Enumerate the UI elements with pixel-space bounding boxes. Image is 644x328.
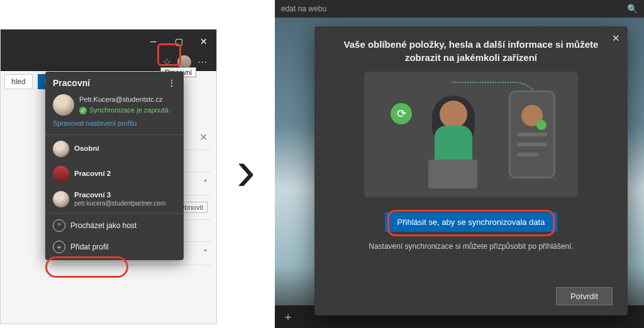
sync-ok-icon: ✓: [79, 107, 87, 114]
flyout-title: Pracovní: [53, 78, 90, 88]
annotation-highlight-cta: [387, 210, 555, 236]
arrow-right-icon: ›: [236, 138, 255, 203]
dialog-note: Nastavení synchronizace si můžete přizpů…: [369, 242, 574, 251]
tab-preview[interactable]: hled: [4, 74, 33, 89]
browse-as-guest[interactable]: ° Procházet jako host: [45, 215, 184, 236]
divider: [45, 213, 184, 214]
profile-item-osobni[interactable]: Osobní: [45, 136, 184, 161]
avatar: [53, 191, 69, 207]
browse-guest-label: Procházet jako host: [70, 221, 136, 230]
person-illustration: [414, 97, 484, 191]
profile-item-pracovni3[interactable]: Pracovní 3 petr.kucera@studentpartner.co…: [45, 187, 184, 212]
sync-status-label: Synchronizace je zapnutá.: [89, 106, 170, 115]
window-close-icon[interactable]: ✕: [191, 36, 216, 46]
divider: [45, 134, 184, 135]
confirm-button[interactable]: Potvrdit: [556, 287, 613, 305]
flyout-more-icon[interactable]: ⋮: [167, 78, 176, 88]
profile-flyout: Pracovní ⋮ Petr.Kucera@studentstc.cz ✓ S…: [45, 72, 184, 260]
add-profile-label: Přidat profil: [70, 243, 109, 251]
current-profile: Petr.Kucera@studentstc.cz ✓ Synchronizac…: [45, 90, 184, 117]
plus-icon: +: [53, 241, 65, 253]
add-profile[interactable]: + Přidat profil: [45, 236, 184, 258]
annotation-highlight-profile: [157, 43, 181, 66]
profile-name: Pracovní 3: [74, 191, 165, 200]
sync-status: ✓ Synchronizace je zapnutá.: [79, 106, 170, 115]
search-icon[interactable]: 🔍: [627, 4, 638, 14]
phone-illustration: [509, 90, 555, 178]
more-menu-icon[interactable]: ⋯: [197, 56, 208, 68]
chevron-down-icon[interactable]: ˅: [203, 248, 208, 258]
current-profile-email: Petr.Kucera@studentstc.cz: [79, 96, 163, 103]
window-controls: ─ ▢ ✕: [1, 30, 216, 53]
profile-item-pracovni2[interactable]: Pracovní 2: [45, 161, 184, 187]
manage-profile-link[interactable]: Spravovat nastavení profilu: [45, 117, 184, 133]
profile-name: Osobní: [74, 145, 99, 153]
guest-icon: °: [53, 219, 65, 232]
annotation-highlight-add-profile: [45, 256, 128, 278]
sync-illustration: ⟳: [364, 72, 578, 197]
dialog-title: Vaše oblíbené položky, hesla a další inf…: [339, 38, 603, 64]
sync-dialog: ✕ Vaše oblíbené položky, hesla a další i…: [314, 26, 628, 315]
chevron-up-icon[interactable]: ˄: [203, 178, 208, 189]
avatar: [53, 166, 69, 182]
profile-name: Pracovní 2: [74, 170, 111, 178]
dialog-close-icon[interactable]: ✕: [612, 33, 620, 44]
avatar: [53, 141, 69, 157]
profile-email: petr.kucera@studentpartner.com: [74, 200, 165, 207]
sync-icon: ⟳: [391, 103, 412, 124]
new-tab-plus-icon[interactable]: ＋: [282, 309, 294, 324]
avatar: [53, 94, 74, 116]
search-placeholder: edat na webu: [281, 4, 326, 13]
close-icon[interactable]: ✕: [199, 131, 208, 143]
right-url-bar: edat na webu 🔍: [275, 0, 644, 18]
